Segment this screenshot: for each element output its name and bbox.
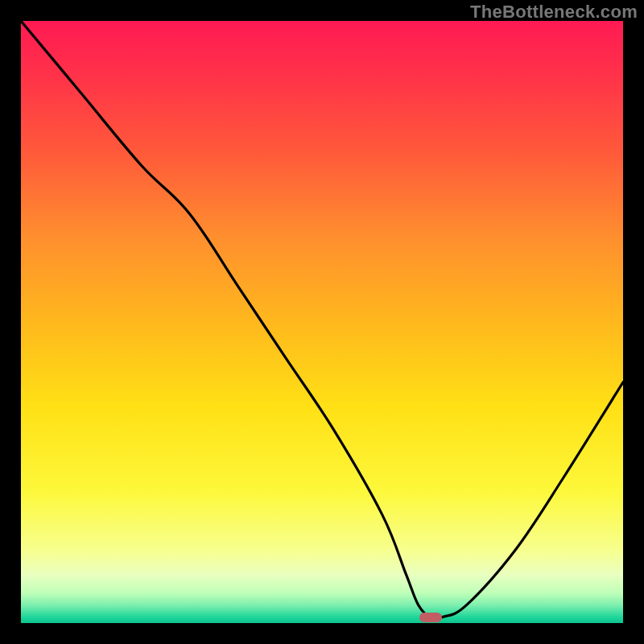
- optimal-marker: [419, 613, 442, 622]
- curve-svg: [21, 21, 623, 623]
- plot-area: [21, 21, 623, 623]
- watermark-text: TheBottleneck.com: [470, 2, 638, 23]
- chart-frame: [21, 21, 623, 623]
- bottleneck-curve: [21, 21, 623, 619]
